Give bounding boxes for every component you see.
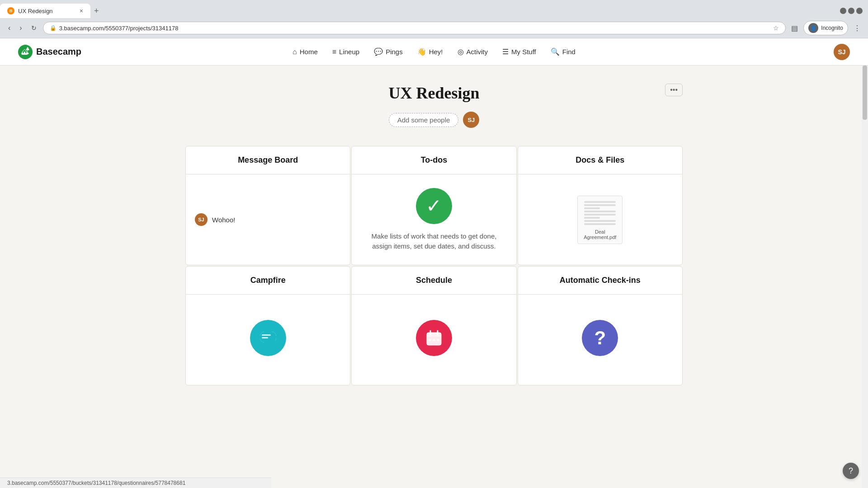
user-avatar[interactable]: SJ <box>834 44 850 60</box>
sidebar-toggle-button[interactable]: ▤ <box>789 22 800 34</box>
todos-header: To-dos <box>352 146 516 174</box>
nav-activity-label: Activity <box>467 48 488 56</box>
more-button[interactable]: ⋮ <box>852 22 863 34</box>
app-logo[interactable]: 🏕 Basecamp <box>18 45 81 59</box>
doc-line <box>584 204 616 206</box>
todos-description: Make lists of work that needs to get don… <box>361 231 507 252</box>
add-people-button[interactable]: Add some people <box>389 113 459 127</box>
nav-find[interactable]: 🔍 Find <box>544 45 582 59</box>
pings-icon: 💬 <box>374 47 383 56</box>
campfire-card[interactable]: Campfire <box>185 266 350 385</box>
doc-line <box>584 223 616 225</box>
incognito-button[interactable]: 👤 Incognito <box>803 21 848 35</box>
svg-rect-13 <box>437 339 439 341</box>
svg-rect-8 <box>427 335 441 337</box>
docs-title: Docs & Files <box>576 155 624 164</box>
message-item: SJ Wohoo! <box>195 210 341 230</box>
todos-checkmark: ✓ <box>416 188 452 224</box>
schedule-title: Schedule <box>416 276 452 285</box>
help-button[interactable]: ? <box>843 463 859 479</box>
scrollbar[interactable] <box>862 66 868 488</box>
svg-rect-2 <box>262 334 271 336</box>
svg-rect-3 <box>262 337 268 338</box>
nav-find-label: Find <box>562 48 576 56</box>
app-nav: 🏕 Basecamp ⌂ Home ≡ Lineup 💬 Pings 👋 Hey… <box>0 38 868 66</box>
reload-button[interactable]: ↻ <box>28 23 39 33</box>
checkins-header: Automatic Check-ins <box>518 267 682 295</box>
scrollbar-thumb[interactable] <box>863 66 867 120</box>
doc-line <box>584 211 616 212</box>
question-mark-icon: ? <box>594 327 606 349</box>
people-row: Add some people SJ <box>185 112 683 128</box>
doc-file: Deal Agreement.pdf <box>577 196 623 244</box>
find-icon: 🔍 <box>551 47 560 56</box>
nav-activity[interactable]: ◎ Activity <box>451 45 495 59</box>
address-text: 3.basecamp.com/5550377/projects/31341178 <box>59 25 771 32</box>
schedule-header: Schedule <box>352 267 516 295</box>
cards-grid: Message Board SJ Wohoo! To-dos ✓ Make li… <box>185 146 683 385</box>
todos-body: ✓ Make lists of work that needs to get d… <box>352 174 516 265</box>
nav-pings-label: Pings <box>386 48 403 56</box>
campfire-header: Campfire <box>186 267 350 295</box>
nav-my-stuff-label: My Stuff <box>511 48 536 56</box>
home-icon: ⌂ <box>292 48 297 56</box>
logo-icon: 🏕 <box>18 45 33 59</box>
doc-line <box>584 214 616 216</box>
schedule-body <box>352 295 516 385</box>
nav-home[interactable]: ⌂ Home <box>286 45 324 59</box>
tab-title: UX Redesign <box>18 8 76 14</box>
maximize-button[interactable] <box>848 8 854 14</box>
status-url: 3.basecamp.com/5550377/buckets/31341178/… <box>7 480 185 486</box>
tab-close-button[interactable]: × <box>80 7 83 14</box>
my-stuff-icon: ☰ <box>502 47 509 56</box>
doc-file-name: Deal Agreement.pdf <box>581 229 618 240</box>
checkins-card[interactable]: Automatic Check-ins ? <box>518 266 683 385</box>
member-avatar[interactable]: SJ <box>463 112 479 128</box>
campfire-title: Campfire <box>250 276 286 285</box>
incognito-avatar: 👤 <box>808 23 818 33</box>
message-board-body: SJ Wohoo! <box>186 174 350 265</box>
docs-header: Docs & Files <box>518 146 682 174</box>
nav-hey[interactable]: 👋 Hey! <box>411 45 449 59</box>
address-bar[interactable]: 🔒 3.basecamp.com/5550377/projects/313411… <box>43 22 786 34</box>
activity-icon: ◎ <box>458 47 464 56</box>
doc-line <box>584 207 600 209</box>
minimize-button[interactable] <box>840 8 846 14</box>
message-board-card[interactable]: Message Board SJ Wohoo! <box>185 146 350 265</box>
docs-card[interactable]: Docs & Files Deal Agreement.pdf <box>518 146 683 265</box>
hey-icon: 👋 <box>417 47 426 56</box>
status-bar: 3.basecamp.com/5550377/buckets/31341178/… <box>0 478 271 488</box>
project-title: UX Redesign <box>185 84 683 103</box>
nav-lineup-label: Lineup <box>339 48 359 56</box>
checkins-body: ? <box>518 295 682 385</box>
lineup-icon: ≡ <box>332 48 336 56</box>
new-tab-button[interactable]: + <box>90 5 103 18</box>
checkins-title: Automatic Check-ins <box>560 276 641 285</box>
checkins-icon: ? <box>582 320 618 356</box>
nav-home-label: Home <box>300 48 318 56</box>
main-content: ••• UX Redesign Add some people SJ Messa… <box>176 66 692 404</box>
nav-lineup[interactable]: ≡ Lineup <box>326 45 366 59</box>
schedule-icon <box>416 320 452 356</box>
bookmark-icon[interactable]: ☆ <box>773 24 779 32</box>
incognito-label: Incognito <box>821 25 843 31</box>
check-icon: ✓ <box>426 195 442 217</box>
forward-button[interactable]: › <box>17 22 24 34</box>
campfire-icon <box>250 320 286 356</box>
doc-preview <box>584 200 616 226</box>
docs-body: Deal Agreement.pdf <box>518 174 682 265</box>
schedule-card[interactable]: Schedule <box>351 266 516 385</box>
message-avatar: SJ <box>195 213 208 226</box>
doc-line <box>584 217 600 219</box>
project-header: ••• UX Redesign Add some people SJ <box>185 84 683 128</box>
project-options-button[interactable]: ••• <box>665 84 683 96</box>
nav-my-stuff[interactable]: ☰ My Stuff <box>496 45 542 59</box>
back-button[interactable]: ‹ <box>5 22 13 34</box>
close-button[interactable] <box>856 8 863 14</box>
logo-text: Basecamp <box>36 47 81 57</box>
message-text: Wohoo! <box>212 216 235 224</box>
window-controls <box>840 8 868 14</box>
active-tab[interactable]: B UX Redesign × <box>0 4 90 18</box>
nav-pings[interactable]: 💬 Pings <box>368 45 409 59</box>
todos-card[interactable]: To-dos ✓ Make lists of work that needs t… <box>351 146 516 265</box>
